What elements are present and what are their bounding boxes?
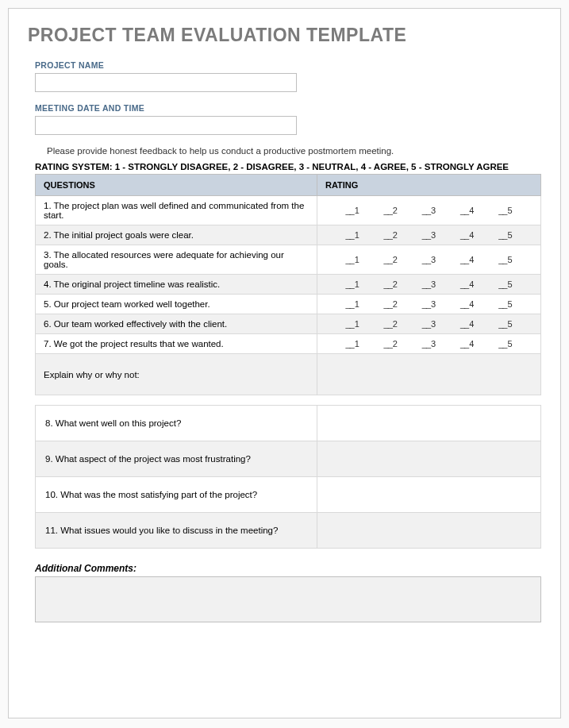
- table-header-row: QUESTIONS RATING: [36, 175, 541, 196]
- rating-option[interactable]: 5: [498, 206, 512, 215]
- question-text: 7. We got the project results that we wa…: [36, 334, 317, 354]
- answer-cell[interactable]: [317, 441, 541, 477]
- table-row: 7. We got the project results that we wa…: [36, 334, 541, 354]
- question-text: 8. What went well on this project?: [36, 406, 317, 441]
- rating-cell: 12345: [317, 314, 541, 334]
- rating-option[interactable]: 4: [460, 299, 474, 309]
- rating-option[interactable]: 2: [384, 299, 398, 309]
- rating-option[interactable]: 3: [422, 206, 436, 215]
- header-rating: RATING: [317, 175, 541, 196]
- answer-cell[interactable]: [317, 406, 541, 441]
- additional-comments-label: Additional Comments:: [35, 563, 541, 574]
- question-text: 9. What aspect of the project was most f…: [36, 441, 317, 477]
- question-text: 2. The initial project goals were clear.: [36, 225, 317, 245]
- question-text: 4. The original project timeline was rea…: [36, 275, 317, 295]
- table-row: 1. The project plan was well defined and…: [36, 196, 541, 225]
- table-row: 11. What issues would you like to discus…: [36, 513, 541, 549]
- rating-option[interactable]: 2: [384, 339, 398, 349]
- rating-option[interactable]: 1: [345, 206, 359, 215]
- rating-cell: 12345: [317, 196, 541, 225]
- rating-table: QUESTIONS RATING 1. The project plan was…: [35, 174, 541, 395]
- table-row: 6. Our team worked effectively with the …: [36, 314, 541, 334]
- open-questions-table: 8. What went well on this project?9. Wha…: [35, 405, 541, 549]
- rating-option[interactable]: 2: [384, 206, 398, 215]
- question-text: 10. What was the most satisfying part of…: [36, 477, 317, 513]
- rating-option[interactable]: 4: [460, 319, 474, 329]
- rating-option[interactable]: 1: [345, 339, 359, 349]
- answer-cell[interactable]: [317, 477, 541, 513]
- rating-option[interactable]: 1: [345, 299, 359, 309]
- rating-option[interactable]: 4: [460, 255, 474, 264]
- project-name-input[interactable]: [35, 73, 297, 92]
- rating-option[interactable]: 5: [498, 230, 512, 240]
- table-row: 4. The original project timeline was rea…: [36, 275, 541, 295]
- table-row: 8. What went well on this project?: [36, 406, 541, 441]
- rating-cell: 12345: [317, 334, 541, 354]
- rating-option[interactable]: 2: [384, 319, 398, 329]
- rating-option[interactable]: 3: [422, 339, 436, 349]
- rating-option[interactable]: 3: [422, 255, 436, 264]
- explain-row: Explain why or why not:: [36, 354, 541, 395]
- rating-cell: 12345: [317, 295, 541, 314]
- answer-cell[interactable]: [317, 513, 541, 549]
- rating-option[interactable]: 4: [460, 279, 474, 289]
- table-row: 3. The allocated resources were adequate…: [36, 245, 541, 275]
- rating-option[interactable]: 1: [345, 230, 359, 240]
- project-name-label: PROJECT NAME: [35, 60, 541, 70]
- rating-option[interactable]: 5: [498, 255, 512, 264]
- table-row: 10. What was the most satisfying part of…: [36, 477, 541, 513]
- question-text: 3. The allocated resources were adequate…: [36, 245, 317, 275]
- rating-cell: 12345: [317, 275, 541, 295]
- explain-label: Explain why or why not:: [36, 354, 317, 395]
- rating-option[interactable]: 1: [345, 255, 359, 264]
- rating-legend: RATING SYSTEM: 1 - STRONGLY DISAGREE, 2 …: [35, 162, 541, 171]
- rating-option[interactable]: 2: [384, 230, 398, 240]
- rating-option[interactable]: 5: [498, 279, 512, 289]
- meeting-date-input[interactable]: [35, 116, 297, 135]
- question-text: 5. Our project team worked well together…: [36, 295, 317, 314]
- header-questions: QUESTIONS: [36, 175, 317, 196]
- rating-option[interactable]: 1: [345, 319, 359, 329]
- rating-option[interactable]: 5: [498, 319, 512, 329]
- rating-option[interactable]: 5: [498, 339, 512, 349]
- rating-option[interactable]: 5: [498, 299, 512, 309]
- page-container: PROJECT TEAM EVALUATION TEMPLATE PROJECT…: [8, 8, 561, 718]
- meeting-date-label: MEETING DATE AND TIME: [35, 103, 541, 113]
- question-text: 1. The project plan was well defined and…: [36, 196, 317, 225]
- rating-option[interactable]: 3: [422, 299, 436, 309]
- rating-option[interactable]: 3: [422, 230, 436, 240]
- rating-option[interactable]: 2: [384, 255, 398, 264]
- question-text: 6. Our team worked effectively with the …: [36, 314, 317, 334]
- additional-comments-input[interactable]: [35, 576, 541, 622]
- intro-text: Please provide honest feedback to help u…: [47, 146, 541, 156]
- rating-option[interactable]: 3: [422, 319, 436, 329]
- table-row: 9. What aspect of the project was most f…: [36, 441, 541, 477]
- rating-option[interactable]: 4: [460, 339, 474, 349]
- project-name-block: PROJECT NAME: [35, 60, 541, 92]
- rating-option[interactable]: 1: [345, 279, 359, 289]
- explain-input[interactable]: [317, 354, 541, 395]
- rating-cell: 12345: [317, 245, 541, 275]
- rating-option[interactable]: 4: [460, 206, 474, 215]
- rating-cell: 12345: [317, 225, 541, 245]
- question-text: 11. What issues would you like to discus…: [36, 513, 317, 549]
- table-row: 5. Our project team worked well together…: [36, 295, 541, 314]
- table-row: 2. The initial project goals were clear.…: [36, 225, 541, 245]
- rating-option[interactable]: 2: [384, 279, 398, 289]
- rating-option[interactable]: 3: [422, 279, 436, 289]
- rating-option[interactable]: 4: [460, 230, 474, 240]
- meeting-date-block: MEETING DATE AND TIME: [35, 103, 541, 135]
- page-title: PROJECT TEAM EVALUATION TEMPLATE: [28, 25, 541, 46]
